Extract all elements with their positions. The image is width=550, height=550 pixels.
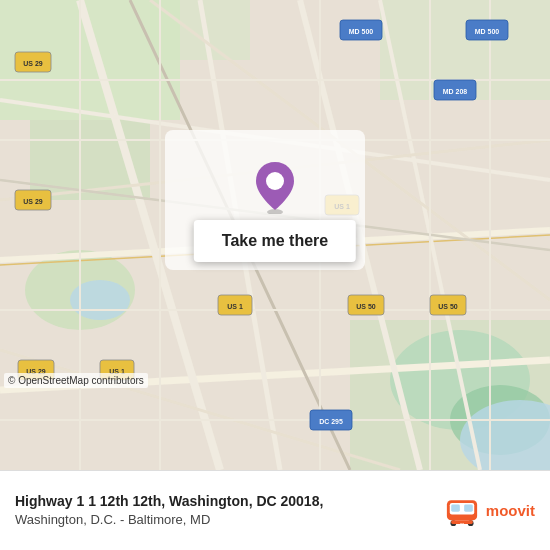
moovit-logo-icon: M bbox=[444, 493, 480, 529]
info-bar: Highway 1 1 12th 12th, Washington, DC 20… bbox=[0, 470, 550, 550]
svg-text:MD 208: MD 208 bbox=[443, 88, 468, 95]
moovit-text: moovit bbox=[486, 502, 535, 519]
svg-text:US 29: US 29 bbox=[23, 198, 43, 205]
info-title: Highway 1 1 12th 12th, Washington, DC 20… bbox=[15, 492, 444, 512]
svg-text:DC 295: DC 295 bbox=[319, 418, 343, 425]
svg-text:MD 500: MD 500 bbox=[475, 28, 500, 35]
svg-text:MD 500: MD 500 bbox=[349, 28, 374, 35]
map-container: US 29 US 29 US 29 US 1 US 1 US 1 US 50 U… bbox=[0, 0, 550, 470]
moovit-logo: M moovit bbox=[444, 493, 535, 529]
svg-text:US 29: US 29 bbox=[23, 60, 43, 67]
map-attribution: © OpenStreetMap contributors bbox=[4, 373, 148, 388]
svg-rect-65 bbox=[451, 504, 460, 511]
svg-text:M: M bbox=[460, 522, 464, 527]
svg-rect-66 bbox=[464, 504, 473, 511]
attribution-text: © OpenStreetMap contributors bbox=[8, 375, 144, 386]
svg-text:US 1: US 1 bbox=[227, 303, 243, 310]
take-me-there-button[interactable]: Take me there bbox=[194, 220, 356, 262]
svg-text:US 50: US 50 bbox=[438, 303, 458, 310]
svg-text:US 50: US 50 bbox=[356, 303, 376, 310]
info-text: Highway 1 1 12th 12th, Washington, DC 20… bbox=[15, 492, 444, 530]
svg-point-59 bbox=[266, 172, 284, 190]
info-subtitle: Washington, D.C. - Baltimore, MD bbox=[15, 511, 444, 529]
map-pin bbox=[253, 160, 297, 218]
